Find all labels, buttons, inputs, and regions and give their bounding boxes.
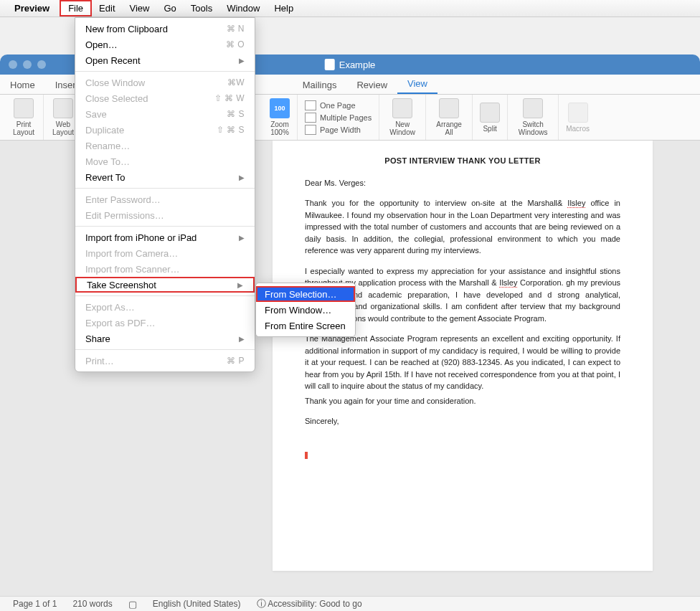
menu-help[interactable]: Help bbox=[267, 1, 301, 15]
accessibility-icon: ⓘ bbox=[257, 598, 266, 609]
macros-icon bbox=[568, 103, 588, 123]
page-width-icon bbox=[305, 125, 316, 135]
document-page[interactable]: POST INTERVIEW THANK YOU LETTER Dear Ms.… bbox=[273, 141, 653, 571]
menu-tools[interactable]: Tools bbox=[184, 1, 219, 15]
menu-open-recent[interactable]: Open Recent▶ bbox=[75, 52, 255, 68]
spell-error: Ilsley bbox=[499, 278, 517, 288]
switch-windows-button[interactable]: Switch Windows bbox=[512, 95, 554, 139]
chevron-right-icon: ▶ bbox=[239, 174, 245, 181]
status-page[interactable]: Page 1 of 1 bbox=[13, 599, 57, 609]
chevron-right-icon: ▶ bbox=[239, 57, 245, 65]
file-dropdown-menu: New from Clipboard⌘ N Open…⌘ O Open Rece… bbox=[75, 17, 255, 372]
close-button[interactable] bbox=[9, 60, 17, 69]
menu-rename: Rename… bbox=[75, 138, 255, 153]
status-accessibility[interactable]: ⓘ Accessibility: Good to go bbox=[257, 597, 362, 610]
menu-revert-to[interactable]: Revert To▶ bbox=[75, 169, 255, 185]
submenu-from-window[interactable]: From Window… bbox=[256, 302, 355, 318]
menu-separator bbox=[75, 71, 255, 72]
tab-mailings[interactable]: Mailings bbox=[293, 76, 347, 94]
chevron-right-icon: ▶ bbox=[237, 281, 243, 289]
spellcheck-icon[interactable]: ▢ bbox=[128, 599, 137, 610]
new-window-button[interactable]: New Window bbox=[384, 95, 421, 139]
menu-enter-password: Enter Password… bbox=[75, 191, 255, 207]
menu-move-to: Move To… bbox=[75, 153, 255, 169]
split-icon bbox=[480, 103, 500, 123]
zoom-button[interactable] bbox=[37, 60, 46, 69]
paragraph-1: Thank you for the opportunity to intervi… bbox=[305, 197, 620, 257]
paragraph-4: Thank you again for your time and consid… bbox=[305, 395, 620, 407]
one-page-button[interactable]: One Page bbox=[302, 100, 374, 111]
menu-window[interactable]: Window bbox=[219, 1, 267, 15]
menu-import-iphone[interactable]: Import from iPhone or iPad▶ bbox=[75, 229, 255, 245]
chevron-right-icon: ▶ bbox=[239, 234, 245, 242]
closing: Sincerely, bbox=[305, 415, 620, 427]
app-name[interactable]: Preview bbox=[14, 3, 49, 14]
arrange-all-icon bbox=[439, 98, 459, 118]
menu-export-pdf: Export as PDF… bbox=[75, 315, 255, 331]
status-bar: Page 1 of 1 210 words ▢ English (United … bbox=[0, 596, 700, 611]
menu-separator bbox=[75, 349, 255, 350]
menu-export-as: Export As… bbox=[75, 299, 255, 315]
menu-new-from-clipboard[interactable]: New from Clipboard⌘ N bbox=[75, 21, 255, 37]
text-cursor bbox=[305, 452, 308, 459]
submenu-from-entire-screen[interactable]: From Entire Screen bbox=[256, 318, 355, 333]
new-window-icon bbox=[392, 98, 412, 118]
document-icon bbox=[325, 59, 335, 70]
menu-import-scanner: Import from Scanner… bbox=[75, 261, 255, 277]
menu-duplicate: Duplicate⇧ ⌘ S bbox=[75, 122, 255, 138]
tab-review[interactable]: Review bbox=[346, 76, 397, 94]
menu-edit[interactable]: Edit bbox=[92, 1, 122, 15]
one-page-icon bbox=[305, 100, 316, 110]
minimize-button[interactable] bbox=[23, 60, 32, 69]
web-layout-icon bbox=[53, 98, 73, 118]
salutation: Dear Ms. Verges: bbox=[305, 177, 620, 189]
web-layout-button[interactable]: Web Layout bbox=[48, 95, 78, 139]
submenu-from-selection[interactable]: From Selection… bbox=[256, 286, 355, 302]
traffic-lights bbox=[0, 60, 46, 69]
spell-error: Ilsley bbox=[567, 199, 585, 208]
menu-import-camera: Import from Camera… bbox=[75, 245, 255, 261]
menu-print: Print…⌘ P bbox=[75, 353, 255, 369]
window-title: Example bbox=[339, 60, 376, 70]
menu-separator bbox=[75, 295, 255, 296]
status-words[interactable]: 210 words bbox=[72, 599, 112, 609]
menu-open[interactable]: Open…⌘ O bbox=[75, 37, 255, 52]
system-menubar: Preview File Edit View Go Tools Window H… bbox=[0, 0, 700, 17]
menu-file[interactable]: File bbox=[60, 0, 92, 16]
switch-windows-icon bbox=[523, 98, 543, 118]
tab-view[interactable]: View bbox=[397, 75, 438, 94]
multiple-pages-icon bbox=[305, 113, 316, 123]
chevron-right-icon: ▶ bbox=[239, 335, 245, 343]
tab-home[interactable]: Home bbox=[0, 76, 45, 94]
paragraph-3: The Management Associate Program represe… bbox=[305, 333, 620, 392]
status-language[interactable]: English (United States) bbox=[153, 599, 241, 609]
print-layout-button[interactable]: Print Layout bbox=[9, 95, 39, 139]
zoom-button[interactable]: 100 Zoom100% bbox=[267, 95, 293, 139]
menu-edit-permissions: Edit Permissions… bbox=[75, 207, 255, 223]
macros-button[interactable]: Macros bbox=[563, 100, 592, 136]
menu-separator bbox=[75, 226, 255, 227]
menu-close-selected: Close Selected⇧ ⌘ W bbox=[75, 90, 255, 106]
menu-share[interactable]: Share▶ bbox=[75, 331, 255, 346]
menu-go[interactable]: Go bbox=[156, 1, 183, 15]
split-button[interactable]: Split bbox=[477, 100, 503, 136]
arrange-all-button[interactable]: Arrange All bbox=[430, 95, 468, 139]
print-layout-icon bbox=[14, 98, 34, 118]
multiple-pages-button[interactable]: Multiple Pages bbox=[302, 112, 374, 123]
zoom-icon: 100 bbox=[270, 98, 290, 118]
page-width-button[interactable]: Page Width bbox=[302, 124, 374, 136]
menu-view[interactable]: View bbox=[123, 1, 157, 15]
screenshot-submenu: From Selection… From Window… From Entire… bbox=[255, 283, 356, 337]
menu-separator bbox=[75, 188, 255, 189]
menu-close-window: Close Window⌘W bbox=[75, 75, 255, 90]
document-heading: POST INTERVIEW THANK YOU LETTER bbox=[305, 155, 620, 167]
menu-save: Save⌘ S bbox=[75, 106, 255, 122]
menu-take-screenshot[interactable]: Take Screenshot▶ bbox=[75, 277, 255, 293]
